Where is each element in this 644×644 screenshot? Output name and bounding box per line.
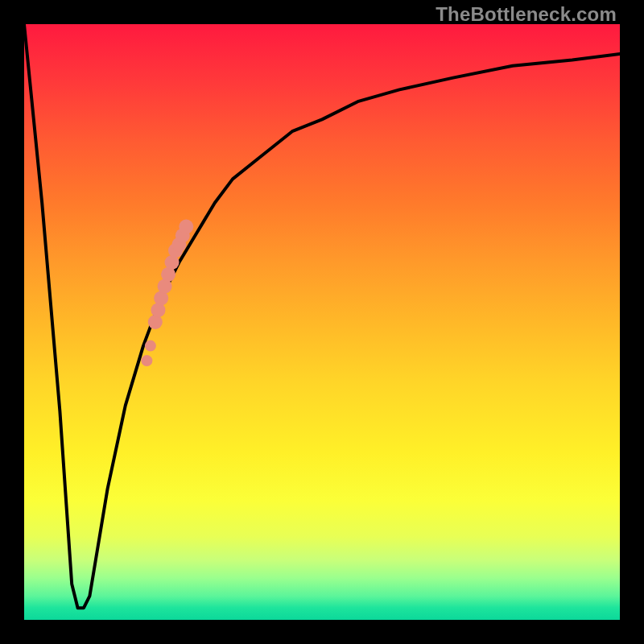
data-marker (141, 355, 152, 366)
data-marker (179, 220, 193, 234)
curve-layer (24, 24, 620, 620)
chart-frame: TheBottleneck.com (0, 0, 644, 644)
watermark-text: TheBottleneck.com (436, 3, 617, 26)
plot-area (24, 24, 620, 620)
data-marker (145, 341, 156, 352)
bottleneck-curve (24, 24, 620, 608)
data-markers (141, 220, 193, 367)
